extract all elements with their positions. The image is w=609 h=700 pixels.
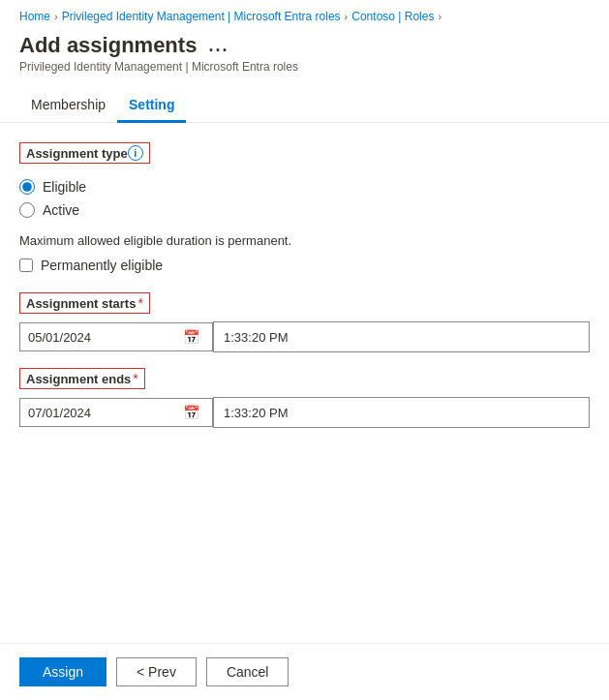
cancel-button[interactable]: Cancel (206, 657, 289, 686)
radio-active-label: Active (43, 202, 79, 218)
footer: Assign < Prev Cancel (0, 643, 609, 700)
breadcrumb-roles[interactable]: Contoso | Roles (351, 10, 434, 23)
assignment-starts-label: Assignment starts (26, 296, 136, 311)
assignment-starts-label-box: Assignment starts * (19, 292, 150, 314)
radio-eligible-input[interactable] (19, 179, 35, 195)
assignment-starts-required: * (137, 295, 142, 311)
page-subtitle: Privileged Identity Management | Microso… (19, 60, 590, 74)
breadcrumb-sep-1: › (54, 11, 58, 22)
breadcrumb-home[interactable]: Home (19, 10, 50, 23)
main-content: Assignment type i Eligible Active Maximu… (0, 123, 609, 463)
assignment-ends-label: Assignment ends (26, 372, 131, 386)
ellipsis-button[interactable]: ... (204, 35, 232, 56)
assignment-ends-row: 📅 (19, 397, 590, 428)
breadcrumb-sep-3: › (438, 11, 442, 22)
assignment-ends-label-box: Assignment ends * (19, 368, 145, 389)
assignment-ends-required: * (133, 371, 137, 386)
tabs-bar: Membership Setting (0, 87, 609, 123)
assignment-starts-time-input[interactable] (213, 321, 590, 352)
assignment-type-label: Assignment type i (19, 142, 590, 171)
assignment-type-label-box: Assignment type i (19, 142, 150, 164)
assignment-starts-date-input[interactable] (20, 324, 175, 350)
tab-setting[interactable]: Setting (117, 87, 186, 123)
permanently-eligible-checkbox[interactable]: Permanently eligible (19, 258, 590, 273)
assignment-type-options: Eligible Active (19, 179, 590, 218)
info-text: Maximum allowed eligible duration is per… (19, 233, 590, 248)
tab-membership[interactable]: Membership (19, 87, 117, 123)
assignment-ends-date-wrapper: 📅 (19, 398, 213, 427)
assignment-type-section: Assignment type i Eligible Active (19, 142, 590, 218)
assignment-starts-date-wrapper: 📅 (19, 322, 213, 351)
assignment-ends-section: Assignment ends * 📅 (19, 368, 590, 428)
assignment-ends-time-input[interactable] (213, 397, 590, 428)
assignment-ends-date-input[interactable] (20, 400, 175, 426)
assignment-starts-row: 📅 (19, 321, 590, 352)
assignment-starts-section: Assignment starts * 📅 (19, 292, 590, 352)
prev-button[interactable]: < Prev (116, 657, 197, 686)
permanently-eligible-label: Permanently eligible (41, 258, 163, 273)
permanently-eligible-input[interactable] (19, 259, 33, 272)
assignment-ends-calendar-icon[interactable]: 📅 (175, 399, 207, 426)
assignment-type-label-text: Assignment type (26, 146, 128, 161)
assignment-starts-calendar-icon[interactable]: 📅 (175, 323, 207, 350)
breadcrumb: Home › Privileged Identity Management | … (0, 0, 609, 29)
page-header: Add assignments ... Privileged Identity … (0, 29, 609, 77)
assign-button[interactable]: Assign (19, 657, 107, 686)
page-title-text: Add assignments (19, 33, 197, 58)
radio-eligible[interactable]: Eligible (19, 179, 590, 195)
radio-active[interactable]: Active (19, 202, 590, 218)
radio-eligible-label: Eligible (43, 179, 86, 195)
breadcrumb-pim[interactable]: Privileged Identity Management | Microso… (62, 10, 341, 23)
radio-active-input[interactable] (19, 202, 35, 218)
breadcrumb-sep-2: › (345, 11, 349, 22)
assignment-type-info-icon[interactable]: i (128, 145, 143, 161)
